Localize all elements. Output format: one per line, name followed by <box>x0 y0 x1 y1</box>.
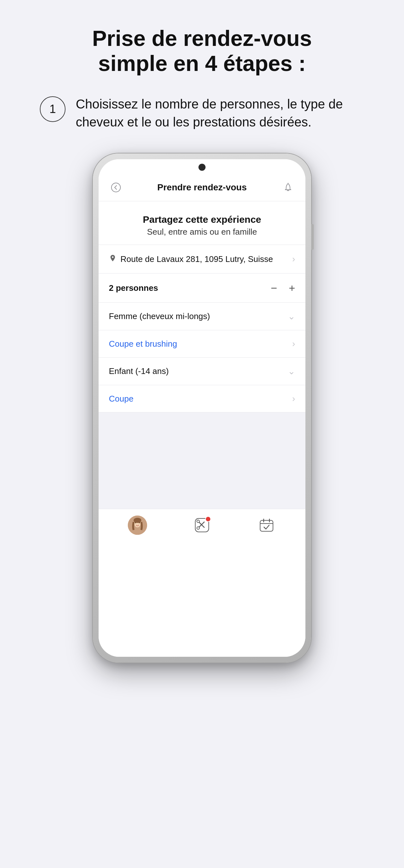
child-row[interactable]: Enfant (-14 ans) ⌄ <box>98 358 306 385</box>
profile-tab[interactable] <box>128 516 147 535</box>
location-address: Route de Lavaux 281, 1095 Lutry, Suisse <box>120 254 273 264</box>
svg-point-7 <box>134 518 141 523</box>
coupe-label: Coupe <box>109 394 134 404</box>
app-screen: Prendre rendez-vous Partagez cette expér… <box>98 175 306 657</box>
location-icon <box>109 254 117 264</box>
app-topbar: Prendre rendez-vous <box>98 175 306 201</box>
persons-controls: − + <box>271 282 295 293</box>
location-left: Route de Lavaux 281, 1095 Lutry, Suisse <box>109 254 273 264</box>
bell-button[interactable] <box>281 180 295 194</box>
subtitle-main: Partagez cette expérience <box>109 214 295 225</box>
hair-type-row[interactable]: Femme (cheveux mi-longs) ⌄ <box>98 303 306 330</box>
hair-type-chevron: ⌄ <box>288 311 295 322</box>
svg-point-0 <box>111 183 120 192</box>
persons-row: 2 personnes − + <box>98 274 306 303</box>
subtitle-sub: Seul, entre amis ou en famille <box>109 227 295 237</box>
service1-label: Coupe et brushing <box>109 339 177 349</box>
topbar-title: Prendre rendez-vous <box>157 182 247 193</box>
svg-rect-13 <box>260 520 273 531</box>
scissors-tab[interactable] <box>192 516 212 535</box>
phone-inner: Prendre rendez-vous Partagez cette expér… <box>98 159 306 657</box>
location-chevron: › <box>292 254 295 264</box>
step-number: 1 <box>40 96 65 122</box>
hair-type-label: Femme (cheveux mi-longs) <box>109 311 210 321</box>
child-chevron: ⌄ <box>288 366 295 376</box>
scissors-badge <box>205 516 211 522</box>
child-label: Enfant (-14 ans) <box>109 366 169 376</box>
service1-chevron: › <box>292 339 295 349</box>
coupe-row[interactable]: Coupe › <box>98 385 306 412</box>
page-title: Prise de rendez-vous simple en 4 étapes … <box>57 26 347 76</box>
persons-label: 2 personnes <box>109 283 158 293</box>
svg-point-12 <box>197 527 199 529</box>
phone-mockup: Prendre rendez-vous Partagez cette expér… <box>13 153 391 662</box>
back-button[interactable] <box>109 180 123 194</box>
subtitle-section: Partagez cette expérience Seul, entre am… <box>98 201 306 245</box>
app-spacer <box>98 412 306 509</box>
camera-dot <box>199 164 205 171</box>
plus-button[interactable]: + <box>289 282 295 293</box>
calendar-tab[interactable] <box>257 516 276 535</box>
location-row[interactable]: Route de Lavaux 281, 1095 Lutry, Suisse … <box>98 245 306 274</box>
step-row: 1 Choisissez le nombre de personnes, le … <box>33 95 371 131</box>
svg-point-11 <box>197 520 199 523</box>
coupe-chevron: › <box>292 394 295 404</box>
app-tabbar <box>98 509 306 546</box>
step-description: Choisissez le nombre de personnes, le ty… <box>76 95 364 131</box>
phone-outer: Prendre rendez-vous Partagez cette expér… <box>93 153 311 662</box>
camera-bar <box>98 159 306 175</box>
service1-row[interactable]: Coupe et brushing › <box>98 330 306 358</box>
minus-button[interactable]: − <box>271 282 277 293</box>
